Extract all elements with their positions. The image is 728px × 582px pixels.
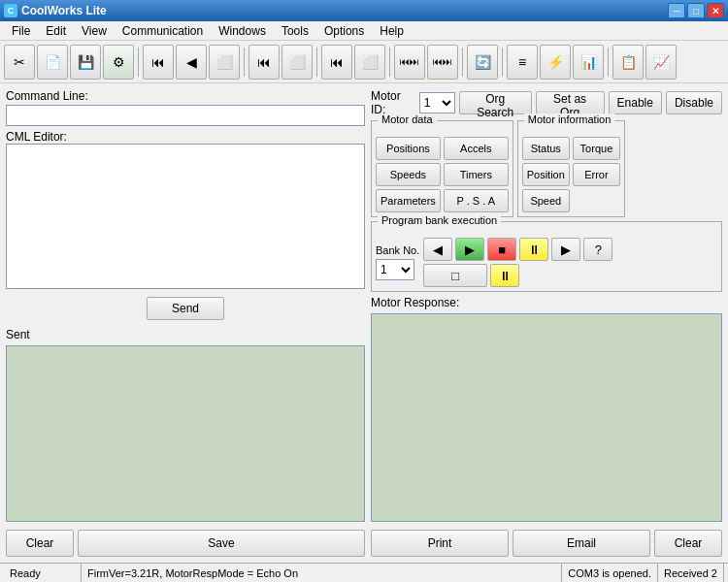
set-as-org-button[interactable]: Set as Org: [536, 91, 605, 114]
motor-data-box: Motor data Positions Accels Speeds Timer…: [371, 120, 513, 217]
enable-button[interactable]: Enable: [609, 91, 662, 114]
step-button[interactable]: □: [423, 264, 487, 287]
maximize-button[interactable]: □: [687, 3, 705, 18]
toolbar-btn7[interactable]: ⬜: [209, 45, 240, 80]
toolbar-sep1: [138, 48, 139, 77]
org-search-button[interactable]: Org Search: [459, 91, 532, 114]
toolbar-copy[interactable]: 📄: [37, 45, 68, 80]
command-line-label: Command Line:: [6, 89, 365, 103]
print-button[interactable]: Print: [371, 530, 509, 557]
toolbar-settings[interactable]: ⚙: [103, 45, 134, 80]
main-content: Command Line: CML Editor: Send Sent Clea…: [0, 83, 728, 563]
send-button[interactable]: Send: [147, 297, 224, 320]
email-button[interactable]: Email: [513, 530, 650, 557]
menu-tools[interactable]: Tools: [274, 21, 316, 40]
menu-view[interactable]: View: [74, 21, 115, 40]
speed-button[interactable]: Speed: [522, 189, 570, 212]
bank-no-label: Bank No.: [376, 244, 419, 256]
cml-editor-label: CML Editor:: [6, 130, 365, 144]
playback-row-1: ◀ ▶ ■ ⏸ ▶ ?: [423, 238, 612, 261]
fast-forward-button[interactable]: ▶: [551, 238, 580, 261]
menu-file[interactable]: File: [4, 21, 38, 40]
app-title: CoolWorks Lite: [21, 4, 107, 17]
toolbar-cut[interactable]: ✂: [4, 45, 35, 80]
menu-help[interactable]: Help: [372, 21, 412, 40]
toolbar-btn17[interactable]: 📊: [573, 45, 604, 80]
parameters-button[interactable]: Parameters: [376, 189, 441, 212]
cml-editor-textarea[interactable]: [6, 144, 365, 289]
sent-label: Sent: [6, 328, 365, 341]
timers-button[interactable]: Timers: [444, 163, 509, 186]
motor-info-title: Motor information: [524, 113, 615, 125]
toolbar-sep3: [316, 48, 317, 77]
left-bottom-buttons: Clear Save: [6, 526, 365, 557]
toolbar-sep6: [502, 48, 503, 77]
sent-clear-button[interactable]: Clear: [6, 530, 74, 557]
left-panel: Command Line: CML Editor: Send Sent Clea…: [6, 89, 365, 557]
torque-button[interactable]: Torque: [573, 137, 620, 160]
pause2-button[interactable]: ⏸: [490, 264, 519, 287]
toolbar: ✂ 📄 💾 ⚙ ⏮ ◀ ⬜ ⏮ ⬜ ⏮ ⬜ ⏮⏭ ⏮⏭ 🔄 ≡ ⚡ 📊 📋 📈: [0, 41, 728, 83]
speeds-button[interactable]: Speeds: [376, 163, 441, 186]
play-button[interactable]: ▶: [455, 238, 484, 261]
toolbar-btn11[interactable]: ⬜: [354, 45, 385, 80]
toolbar-btn18[interactable]: 📋: [612, 45, 644, 80]
menu-bar: File Edit View Communication Windows Too…: [0, 21, 728, 41]
toolbar-btn19[interactable]: 📈: [645, 45, 677, 80]
menu-windows[interactable]: Windows: [211, 21, 274, 40]
help-button[interactable]: ?: [583, 238, 612, 261]
motor-info-box: Motor information Status Torque Position…: [517, 120, 625, 217]
minimize-button[interactable]: ─: [668, 3, 685, 18]
toolbar-btn10[interactable]: ⏮: [321, 45, 352, 80]
motor-data-title: Motor data: [378, 113, 437, 125]
toolbar-btn13[interactable]: ⏮⏭: [427, 45, 458, 80]
motor-data-buttons: Positions Accels Speeds Timers Parameter…: [376, 137, 509, 212]
program-bank-title: Program bank execution: [378, 214, 501, 226]
send-button-row: Send: [6, 293, 365, 324]
playback-controls: ◀ ▶ ■ ⏸ ▶ ? □ ⏸: [423, 238, 612, 287]
status-button[interactable]: Status: [522, 137, 570, 160]
pause-button[interactable]: ⏸: [519, 238, 548, 261]
command-line-group: Command Line:: [6, 89, 365, 126]
toolbar-btn5[interactable]: ⏮: [143, 45, 174, 80]
toolbar-btn8[interactable]: ⏮: [248, 45, 280, 80]
toolbar-btn16[interactable]: ⚡: [540, 45, 571, 80]
bank-controls: Bank No. 123 ◀ ▶ ■ ⏸ ▶ ? □: [376, 238, 717, 287]
sent-area[interactable]: [6, 345, 365, 522]
menu-edit[interactable]: Edit: [38, 21, 74, 40]
toolbar-save[interactable]: 💾: [70, 45, 101, 80]
right-panel: Motor ID: 123 Org Search Set as Org Enab…: [371, 89, 722, 557]
motor-id-label: Motor ID:: [371, 89, 415, 116]
status-firmver: FirmVer=3.21R, MotorRespMode = Echo On: [82, 564, 562, 582]
psa-button[interactable]: P . S . A: [444, 189, 509, 212]
toolbar-btn9[interactable]: ⬜: [281, 45, 313, 80]
app-icon: C: [4, 4, 17, 17]
bank-select[interactable]: 123: [376, 259, 414, 280]
cml-editor-group: CML Editor:: [6, 130, 365, 289]
positions-button[interactable]: Positions: [376, 137, 441, 160]
toolbar-btn15[interactable]: ≡: [507, 45, 538, 80]
menu-options[interactable]: Options: [316, 21, 372, 40]
disable-button[interactable]: Disable: [666, 91, 722, 114]
playback-row-2: □ ⏸: [423, 264, 612, 287]
right-bottom-buttons: Print Email Clear: [371, 526, 722, 557]
error-button[interactable]: Error: [573, 163, 620, 186]
toolbar-btn12[interactable]: ⏮⏭: [394, 45, 425, 80]
toolbar-sep2: [244, 48, 245, 77]
close-button[interactable]: ✕: [707, 3, 724, 18]
program-bank-box: Program bank execution Bank No. 123 ◀ ▶ …: [371, 221, 722, 292]
stop-button[interactable]: ■: [487, 238, 516, 261]
position-button[interactable]: Position: [522, 163, 570, 186]
save-button[interactable]: Save: [78, 530, 365, 557]
toolbar-btn6[interactable]: ◀: [176, 45, 207, 80]
status-bar: Ready FirmVer=3.21R, MotorRespMode = Ech…: [0, 563, 728, 582]
motor-response-area[interactable]: [371, 313, 722, 522]
accels-button[interactable]: Accels: [444, 137, 509, 160]
motor-id-select[interactable]: 123: [419, 92, 455, 113]
toolbar-btn14[interactable]: 🔄: [467, 45, 498, 80]
menu-communication[interactable]: Communication: [115, 21, 211, 40]
rewind-button[interactable]: ◀: [423, 238, 452, 261]
command-line-input[interactable]: [6, 105, 365, 126]
status-com: COM3 is opened.: [562, 564, 658, 582]
response-clear-button[interactable]: Clear: [654, 530, 722, 557]
